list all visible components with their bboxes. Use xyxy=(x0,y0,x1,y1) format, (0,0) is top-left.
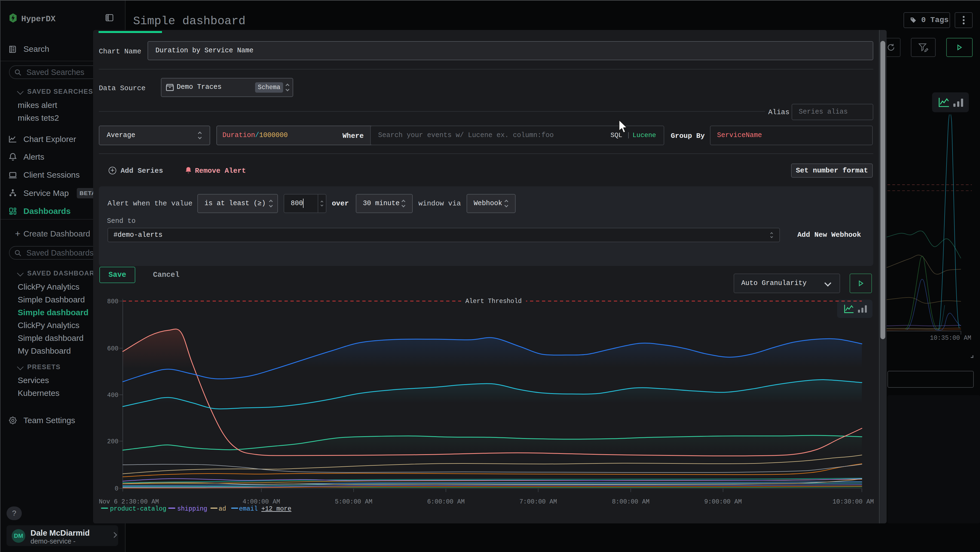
svg-text:+12 more: +12 more xyxy=(261,506,291,512)
svg-text:7:00:00 AM: 7:00:00 AM xyxy=(519,498,557,506)
svg-text:400: 400 xyxy=(107,392,118,399)
svg-text:Nov 6 2:30:00 AM: Nov 6 2:30:00 AM xyxy=(99,498,159,506)
svg-text:email: email xyxy=(239,506,258,512)
svg-text:200: 200 xyxy=(107,438,118,445)
svg-text:product-catalog: product-catalog xyxy=(110,506,166,512)
svg-text:Alert Threshold: Alert Threshold xyxy=(465,298,522,305)
svg-text:600: 600 xyxy=(107,345,118,352)
svg-text:5:00:00 AM: 5:00:00 AM xyxy=(335,498,372,506)
svg-text:ad: ad xyxy=(219,506,226,512)
svg-text:6:00:00 AM: 6:00:00 AM xyxy=(427,498,465,506)
svg-text:shipping: shipping xyxy=(177,506,207,512)
svg-text:0: 0 xyxy=(115,485,118,492)
svg-text:9:00:00 AM: 9:00:00 AM xyxy=(704,498,742,506)
svg-text:8:00:00 AM: 8:00:00 AM xyxy=(612,498,649,506)
svg-text:10:30:00 AM: 10:30:00 AM xyxy=(832,498,874,506)
svg-text:800: 800 xyxy=(107,298,118,305)
svg-text:4:00:00 AM: 4:00:00 AM xyxy=(243,498,280,506)
